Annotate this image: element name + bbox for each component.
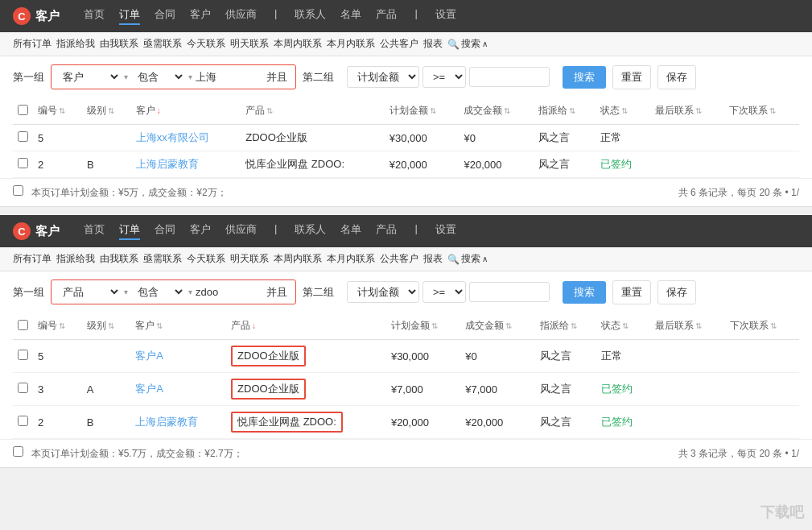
nav-products-1[interactable]: 产品 xyxy=(376,7,397,25)
nav-settings-2[interactable]: 设置 xyxy=(435,222,456,240)
nav-bar-2: C 客户 首页 订单 合同 客户 供应商 | 联系人 名单 产品 | 设置 xyxy=(0,215,812,247)
select-all-footer-1[interactable] xyxy=(13,185,23,196)
subnav-assigned-2[interactable]: 指派给我 xyxy=(56,252,95,266)
row-checkbox[interactable] xyxy=(18,131,28,142)
cell-id: 3 xyxy=(33,373,82,406)
nav-settings-1[interactable]: 设置 xyxy=(435,7,456,25)
search-bar-2: 第一组 产品 客户 计划金额 ▾ 包含 等于 不包含 ▾ 并且 第二组 计划金额… xyxy=(0,271,812,313)
subnav-today-2[interactable]: 今天联系 xyxy=(187,252,225,266)
field1-select-1[interactable]: 客户 产品 计划金额 xyxy=(56,68,121,85)
cell-next-contact xyxy=(725,406,799,439)
cell-customer[interactable]: 上海xx有限公司 xyxy=(131,125,241,151)
table-body-1: 5 上海xx有限公司 ZDOO企业版 ¥30,000 ¥0 风之言 正常 2 B… xyxy=(13,125,799,178)
subnav-all-orders-2[interactable]: 所有订单 xyxy=(13,252,52,266)
row-checkbox[interactable] xyxy=(18,416,28,426)
nav-products-2[interactable]: 产品 xyxy=(376,222,397,240)
condition1-select-1[interactable]: 包含 等于 不包含 xyxy=(131,68,185,85)
subnav-tomorrow-2[interactable]: 明天联系 xyxy=(230,252,269,266)
nav-home-2[interactable]: 首页 xyxy=(84,222,105,240)
chevron-up-icon-1: ∧ xyxy=(482,39,488,48)
group2-label-2: 第二组 xyxy=(303,285,334,300)
field1-arrow-1: ▾ xyxy=(124,72,128,81)
nav-list-1[interactable]: 名单 xyxy=(340,7,361,25)
and-label-1: 并且 xyxy=(263,70,291,85)
value1-input-2[interactable] xyxy=(196,286,260,298)
table-row: 5 客户A ZDOO企业版 ¥30,000 ¥0 风之言 正常 xyxy=(13,340,799,373)
header-deal-1: 成交金额⇅ xyxy=(459,97,534,125)
subnav-search-2[interactable]: 🔍 搜索 ∧ xyxy=(447,252,488,266)
value2-input-2[interactable] xyxy=(469,282,550,302)
subnav-tomorrow-1[interactable]: 明天联系 xyxy=(230,37,269,51)
row-checkbox[interactable] xyxy=(18,383,28,393)
nav-orders-1[interactable]: 订单 xyxy=(119,7,140,25)
nav-divider-3: | xyxy=(274,222,277,240)
condition1-select-2[interactable]: 包含 等于 不包含 xyxy=(131,284,185,300)
cell-last-contact xyxy=(650,340,724,373)
row-checkbox[interactable] xyxy=(18,350,28,360)
cell-next-contact xyxy=(724,125,799,151)
nav-contacts-1[interactable]: 联系人 xyxy=(295,7,326,25)
nav-suppliers-1[interactable]: 供应商 xyxy=(225,7,257,25)
nav-customers-1[interactable]: 客户 xyxy=(190,7,211,25)
subnav-all-orders-1[interactable]: 所有订单 xyxy=(13,37,52,51)
app-title-2: 客户 xyxy=(35,224,60,239)
nav-contracts-2[interactable]: 合同 xyxy=(155,222,175,240)
table-row: 2 B 上海启蒙教育 悦库企业网盘 ZDOO: ¥20,000 ¥20,000 … xyxy=(13,406,799,439)
subnav-urgent-1[interactable]: 亟需联系 xyxy=(143,37,182,51)
cell-customer[interactable]: 上海启蒙教育 xyxy=(130,406,226,439)
cell-customer[interactable]: 客户A xyxy=(130,340,226,373)
search-link-label-2: 搜索 xyxy=(461,252,480,266)
header-checkbox-2 xyxy=(13,313,33,340)
sub-nav-2: 所有订单 指派给我 由我联系 亟需联系 今天联系 明天联系 本周内联系 本月内联… xyxy=(0,247,812,271)
value1-input-1[interactable] xyxy=(196,71,260,83)
reset-button-1[interactable]: 重置 xyxy=(612,65,651,89)
select-all-footer-2[interactable] xyxy=(13,446,23,457)
save-button-1[interactable]: 保存 xyxy=(657,65,696,89)
subnav-assigned-1[interactable]: 指派给我 xyxy=(56,37,95,51)
save-button-2[interactable]: 保存 xyxy=(657,280,696,304)
subnav-by-me-1[interactable]: 由我联系 xyxy=(100,37,138,51)
subnav-week-2[interactable]: 本周内联系 xyxy=(274,252,322,266)
nav-customers-2[interactable]: 客户 xyxy=(190,222,211,240)
subnav-public-2[interactable]: 公共客户 xyxy=(380,252,418,266)
cell-next-contact xyxy=(724,151,799,178)
subnav-month-1[interactable]: 本月内联系 xyxy=(327,37,375,51)
subnav-today-1[interactable]: 今天联系 xyxy=(187,37,225,51)
subnav-by-me-2[interactable]: 由我联系 xyxy=(100,252,138,266)
subnav-week-1[interactable]: 本周内联系 xyxy=(274,37,322,51)
select-all-checkbox-2[interactable] xyxy=(18,320,28,330)
cell-customer[interactable]: 上海启蒙教育 xyxy=(131,151,241,178)
cell-assignee: 风之言 xyxy=(534,125,596,151)
row-checkbox[interactable] xyxy=(18,158,28,168)
subnav-urgent-2[interactable]: 亟需联系 xyxy=(143,252,182,266)
search-button-2[interactable]: 搜索 xyxy=(563,281,606,304)
nav-home-1[interactable]: 首页 xyxy=(84,7,105,25)
cell-next-contact xyxy=(725,373,799,406)
footer-summary-2: 本页订单计划金额：¥5.7万，成交金额：¥2.7万； xyxy=(13,446,243,461)
header-assignee-1: 指派给⇅ xyxy=(534,97,596,125)
reset-button-2[interactable]: 重置 xyxy=(612,280,651,304)
header-last-contact-1: 最后联系⇅ xyxy=(650,97,725,125)
footer-summary-1: 本页订单计划金额：¥5万，成交金额：¥2万； xyxy=(13,185,227,200)
subnav-month-2[interactable]: 本月内联系 xyxy=(327,252,375,266)
value2-input-1[interactable] xyxy=(469,67,550,87)
nav-orders-2[interactable]: 订单 xyxy=(119,222,140,240)
nav-contacts-2[interactable]: 联系人 xyxy=(295,222,326,240)
condition2-select-2[interactable]: >= <= = xyxy=(422,281,466,303)
field1-select-2[interactable]: 产品 客户 计划金额 xyxy=(56,284,121,300)
subnav-report-1[interactable]: 报表 xyxy=(423,37,443,51)
nav-divider-2: | xyxy=(414,7,417,25)
cell-customer[interactable]: 客户A xyxy=(130,373,226,406)
field2-select-1[interactable]: 计划金额 成交金额 xyxy=(347,66,419,88)
table-row: 5 上海xx有限公司 ZDOO企业版 ¥30,000 ¥0 风之言 正常 xyxy=(13,125,799,151)
subnav-report-2[interactable]: 报表 xyxy=(423,252,443,266)
field2-select-2[interactable]: 计划金额 成交金额 xyxy=(347,281,419,303)
select-all-checkbox-1[interactable] xyxy=(18,105,28,115)
search-button-1[interactable]: 搜索 xyxy=(563,66,606,89)
subnav-search-1[interactable]: 🔍 搜索 ∧ xyxy=(447,37,488,51)
nav-suppliers-2[interactable]: 供应商 xyxy=(225,222,257,240)
subnav-public-1[interactable]: 公共客户 xyxy=(380,37,418,51)
nav-contracts-1[interactable]: 合同 xyxy=(155,7,175,25)
nav-list-2[interactable]: 名单 xyxy=(340,222,361,240)
condition2-select-1[interactable]: >= <= = xyxy=(422,66,466,88)
